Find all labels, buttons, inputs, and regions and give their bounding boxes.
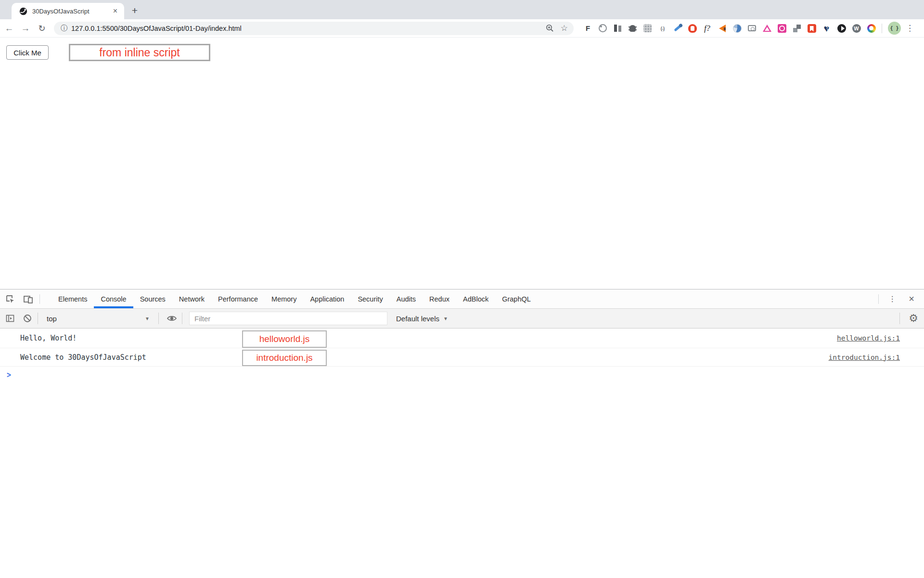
browser-tab-strip: 30DaysOfJavaScript × + bbox=[0, 0, 924, 19]
settings-gear-icon[interactable]: ⚙ bbox=[903, 313, 924, 324]
tab-application[interactable]: Application bbox=[303, 289, 351, 308]
pink-prism-icon[interactable] bbox=[761, 23, 773, 34]
context-label: top bbox=[47, 315, 145, 323]
megaphone-icon[interactable] bbox=[717, 23, 728, 34]
camera-icon[interactable] bbox=[746, 23, 758, 34]
wayback-icon[interactable]: W bbox=[851, 23, 862, 34]
devtools-tabs: Elements Console Sources Network Perform… bbox=[51, 289, 875, 308]
reload-button[interactable]: ↻ bbox=[35, 21, 49, 36]
bug-icon[interactable] bbox=[627, 23, 639, 34]
console-log: Hello, World! helloworld.js helloworld.j… bbox=[0, 328, 924, 383]
clock-icon[interactable] bbox=[836, 23, 847, 34]
toolbar-separator bbox=[182, 313, 182, 324]
devtools-separator bbox=[39, 294, 40, 304]
tab-performance[interactable]: Performance bbox=[211, 289, 265, 308]
toolbar-separator bbox=[899, 313, 900, 324]
device-toolbar-icon[interactable] bbox=[20, 292, 37, 306]
zoom-icon[interactable] bbox=[546, 24, 554, 32]
tab-console[interactable]: Console bbox=[94, 289, 133, 308]
devtools-panel: Elements Console Sources Network Perform… bbox=[0, 289, 924, 578]
font-tool-icon[interactable]: F bbox=[582, 23, 594, 34]
chevron-down-icon: ▼ bbox=[443, 316, 448, 321]
tab-redux[interactable]: Redux bbox=[423, 289, 456, 308]
grid-icon[interactable] bbox=[642, 23, 654, 34]
source-link[interactable]: introduction.js:1 bbox=[829, 354, 900, 361]
stop-hand-icon[interactable] bbox=[687, 23, 698, 34]
console-message-row: Welcome to 30DaysOfJavaScript introducti… bbox=[0, 348, 924, 367]
color-wheel-icon[interactable] bbox=[866, 23, 877, 34]
back-button[interactable]: ← bbox=[2, 21, 16, 36]
tab-sources[interactable]: Sources bbox=[133, 289, 172, 308]
prompt-chevron-icon: > bbox=[7, 370, 11, 380]
web-page: Click Me from inline script bbox=[0, 38, 924, 289]
console-message-row: Hello, World! helloworld.js helloworld.j… bbox=[0, 328, 924, 348]
columns-icon[interactable] bbox=[612, 23, 624, 34]
tab-adblock[interactable]: AdBlock bbox=[456, 289, 495, 308]
toolbar-separator bbox=[882, 24, 882, 33]
inline-script-annotation: from inline script bbox=[69, 44, 210, 61]
devtools-menu-icon[interactable]: ⋮ bbox=[882, 294, 903, 303]
tab-close-icon[interactable]: × bbox=[111, 7, 119, 15]
face-icon[interactable]: (-) bbox=[657, 23, 668, 34]
tab-memory[interactable]: Memory bbox=[265, 289, 303, 308]
toolbar-separator bbox=[158, 313, 159, 324]
extensions-strip: F (-) f? ♥ W bbox=[580, 23, 879, 34]
tab-network[interactable]: Network bbox=[172, 289, 211, 308]
pink-badge-icon[interactable] bbox=[776, 23, 788, 34]
lens-icon[interactable] bbox=[597, 23, 609, 34]
url-text[interactable]: 127.0.0.1:5500/30DaysOfJavaScript/01-Day… bbox=[71, 25, 546, 32]
click-me-button[interactable]: Click Me bbox=[6, 45, 49, 60]
new-tab-button[interactable]: + bbox=[128, 4, 141, 17]
heart-search-icon[interactable]: ♥ bbox=[821, 23, 833, 34]
forward-button[interactable]: → bbox=[18, 21, 33, 36]
eyedropper-icon[interactable] bbox=[672, 23, 683, 34]
execution-context-selector[interactable]: top ▼ bbox=[41, 309, 155, 328]
levels-label: Default levels bbox=[396, 315, 439, 323]
tab-title: 30DaysOfJavaScript bbox=[32, 8, 111, 15]
console-sidebar-icon[interactable] bbox=[3, 312, 17, 325]
site-info-icon[interactable]: ⓘ bbox=[61, 24, 67, 33]
console-prompt[interactable]: > bbox=[0, 367, 924, 383]
clear-console-icon[interactable] bbox=[20, 312, 35, 325]
console-message: Welcome to 30DaysOfJavaScript bbox=[20, 353, 146, 362]
toolbar-separator bbox=[38, 313, 38, 324]
devtools-separator bbox=[878, 294, 879, 304]
chevron-down-icon: ▼ bbox=[145, 316, 150, 321]
tab-security[interactable]: Security bbox=[351, 289, 389, 308]
tab-graphql[interactable]: GraphQL bbox=[495, 289, 538, 308]
tab-audits[interactable]: Audits bbox=[390, 289, 423, 308]
log-levels-selector[interactable]: Default levels ▼ bbox=[396, 315, 448, 323]
helloworld-annotation: helloworld.js bbox=[242, 330, 327, 348]
introduction-annotation: introduction.js bbox=[242, 350, 327, 366]
devtools-tab-bar: Elements Console Sources Network Perform… bbox=[0, 289, 924, 308]
tab-elements[interactable]: Elements bbox=[51, 289, 94, 308]
font-query-icon[interactable]: f? bbox=[702, 23, 713, 34]
live-expression-eye-icon[interactable] bbox=[165, 312, 179, 325]
globe-favicon-icon bbox=[19, 7, 27, 15]
bookmark-icon[interactable] bbox=[806, 23, 818, 34]
filter-input[interactable] bbox=[189, 312, 387, 325]
address-bar[interactable]: ⓘ 127.0.0.1:5500/30DaysOfJavaScript/01-D… bbox=[54, 22, 574, 35]
browser-tab[interactable]: 30DaysOfJavaScript × bbox=[12, 3, 124, 19]
bookmark-star-icon[interactable]: ☆ bbox=[561, 23, 568, 33]
profile-avatar[interactable]: { } bbox=[888, 22, 901, 35]
colorzilla-icon[interactable] bbox=[732, 23, 743, 34]
console-toolbar: top ▼ Default levels ▼ ⚙ bbox=[0, 308, 924, 328]
devtools-close-icon[interactable]: × bbox=[903, 293, 920, 304]
tag-blocks-icon[interactable] bbox=[791, 23, 803, 34]
inspect-element-icon[interactable] bbox=[2, 292, 18, 306]
console-message: Hello, World! bbox=[20, 334, 77, 342]
devtools-controls: ⋮ × bbox=[875, 293, 920, 304]
browser-menu-icon[interactable]: ⋮ bbox=[904, 23, 919, 33]
browser-navbar: ← → ↻ ⓘ 127.0.0.1:5500/30DaysOfJavaScrip… bbox=[0, 19, 924, 38]
source-link[interactable]: helloworld.js:1 bbox=[837, 334, 900, 342]
